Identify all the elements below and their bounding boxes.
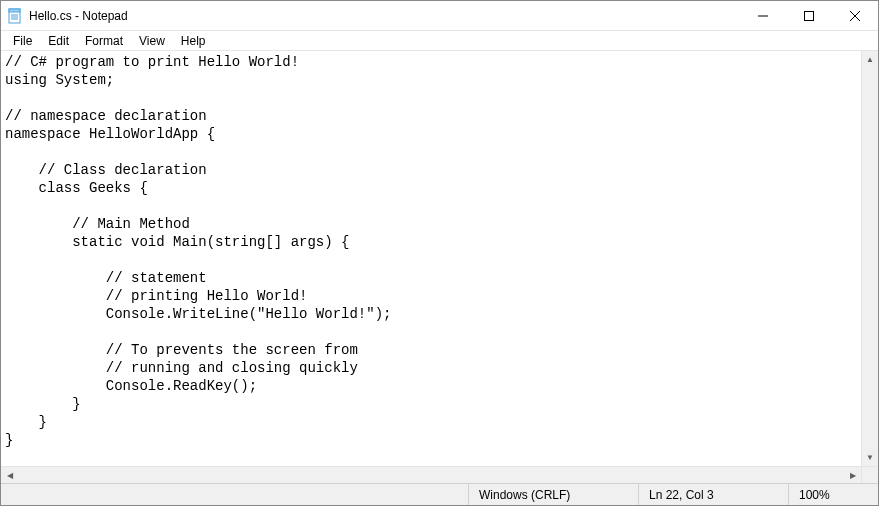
status-bar: Windows (CRLF) Ln 22, Col 3 100% <box>1 483 878 505</box>
status-spacer <box>1 484 468 505</box>
menu-edit[interactable]: Edit <box>40 32 77 50</box>
menu-file[interactable]: File <box>5 32 40 50</box>
status-position: Ln 22, Col 3 <box>638 484 788 505</box>
minimize-button[interactable] <box>740 1 786 31</box>
horizontal-scroll-track[interactable] <box>18 467 844 483</box>
scroll-down-icon[interactable]: ▼ <box>862 449 878 466</box>
vertical-scrollbar[interactable]: ▲ ▼ <box>861 51 878 466</box>
window-title: Hello.cs - Notepad <box>29 9 128 23</box>
editor-content[interactable]: // C# program to print Hello World! usin… <box>1 51 878 451</box>
close-button[interactable] <box>832 1 878 31</box>
menu-help[interactable]: Help <box>173 32 214 50</box>
scroll-left-icon[interactable]: ◀ <box>1 467 18 483</box>
scroll-corner <box>861 467 878 483</box>
svg-rect-6 <box>805 11 814 20</box>
title-bar: Hello.cs - Notepad <box>1 1 878 31</box>
maximize-button[interactable] <box>786 1 832 31</box>
menu-view[interactable]: View <box>131 32 173 50</box>
status-encoding: Windows (CRLF) <box>468 484 638 505</box>
menu-bar: File Edit Format View Help <box>1 31 878 51</box>
notepad-icon <box>7 8 23 24</box>
editor-area[interactable]: // C# program to print Hello World! usin… <box>1 51 878 483</box>
horizontal-scrollbar[interactable]: ◀ ▶ <box>1 466 878 483</box>
vertical-scroll-track[interactable] <box>862 68 878 449</box>
status-zoom: 100% <box>788 484 878 505</box>
scroll-right-icon[interactable]: ▶ <box>844 467 861 483</box>
svg-rect-1 <box>9 9 20 12</box>
scroll-up-icon[interactable]: ▲ <box>862 51 878 68</box>
menu-format[interactable]: Format <box>77 32 131 50</box>
